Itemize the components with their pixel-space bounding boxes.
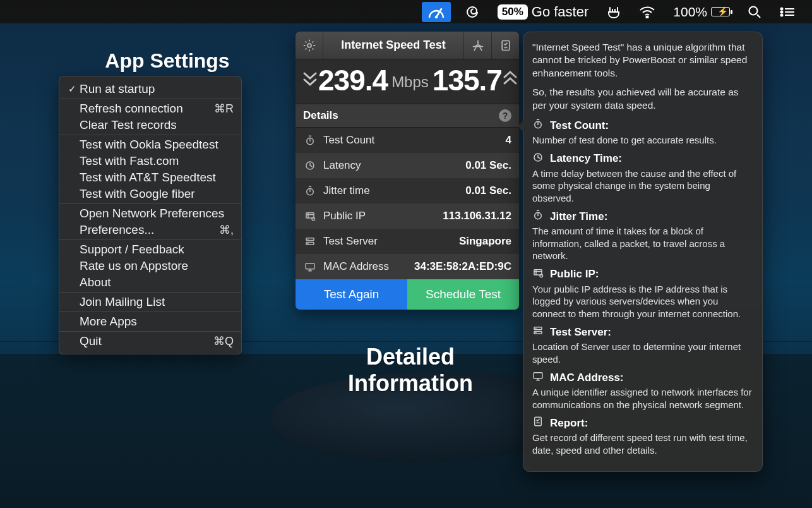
globe-icon xyxy=(303,210,317,222)
detailed-info-heading: Detailed Information xyxy=(303,344,518,397)
info-section-title: Latency Time: xyxy=(550,152,622,165)
menu-item-label: About xyxy=(77,275,234,289)
detail-value: 113.106.31.12 xyxy=(443,210,511,222)
menu-item-label: Test with Google fiber xyxy=(77,187,234,201)
detail-key: MAC Address xyxy=(323,260,414,273)
menu-item[interactable]: Test with Fast.com xyxy=(59,153,241,169)
info-section-title: Test Count: xyxy=(550,119,609,132)
info-section-desc: Your public IP address is the IP address… xyxy=(532,283,753,320)
boost-button[interactable]: 50% Go faster xyxy=(494,0,593,23)
info-section-title: Public IP: xyxy=(550,268,599,281)
menu-item-label: Test with AT&T Speedtest xyxy=(77,171,234,184)
menu-item[interactable]: ✓Run at startup xyxy=(59,81,241,97)
details-label: Details xyxy=(303,109,338,122)
menu-shortcut: ⌘, xyxy=(219,223,234,237)
latency-icon xyxy=(532,152,545,166)
menu-item-label: Support / Feedback xyxy=(77,243,234,257)
download-arrow-icon xyxy=(302,69,318,92)
boost-percent: 50% xyxy=(498,4,528,20)
battery-percent: 100% xyxy=(673,4,707,20)
monitor-icon xyxy=(303,261,317,272)
stopwatch-icon xyxy=(532,209,545,224)
info-section-desc: The amount of time it takes for a block … xyxy=(532,225,753,262)
svg-point-3 xyxy=(781,8,783,9)
info-section: Jitter Time:The amount of time it takes … xyxy=(532,209,753,262)
info-section-title: MAC Address: xyxy=(550,372,624,384)
menu-item[interactable]: Test with Ookla Speedtest xyxy=(59,136,241,153)
svg-rect-23 xyxy=(534,373,542,378)
menu-item[interactable]: Refresh connection⌘R xyxy=(59,100,241,117)
app-settings-heading: App Settings xyxy=(88,49,246,73)
attachment-icon[interactable] xyxy=(461,0,484,23)
info-section-desc: Get record of different speed test run w… xyxy=(532,432,753,456)
info-section: MAC Address:A unique identifier assigned… xyxy=(532,370,753,411)
menu-item[interactable]: Rate us on Appstore xyxy=(59,258,241,274)
report-icon[interactable] xyxy=(491,32,519,59)
menu-item-label: Preferences... xyxy=(77,223,219,237)
menu-item[interactable]: Clear Test records xyxy=(59,117,241,133)
menu-item[interactable]: Test with Google fiber xyxy=(59,186,241,202)
info-section: Test Server:Location of Server user to d… xyxy=(532,325,753,365)
menu-item[interactable]: Preferences...⌘, xyxy=(59,222,241,238)
pin-icon[interactable] xyxy=(463,32,491,59)
help-icon[interactable]: ? xyxy=(499,109,511,122)
svg-point-5 xyxy=(781,14,783,16)
menu-item[interactable]: Join Mailing List xyxy=(59,294,241,310)
svg-point-1 xyxy=(647,16,648,18)
battery-indicator[interactable]: 100% ⚡ xyxy=(669,0,734,23)
spotlight-search-icon[interactable] xyxy=(744,0,765,23)
server-icon xyxy=(303,236,317,247)
detail-row: MAC Address34:3E:58:2A:ED:9C xyxy=(296,254,519,279)
svg-point-4 xyxy=(781,11,783,13)
menu-item-label: Join Mailing List xyxy=(77,295,234,309)
test-again-button[interactable]: Test Again xyxy=(296,279,407,310)
svg-point-6 xyxy=(307,44,311,47)
detail-value: 0.01 Sec. xyxy=(465,159,511,172)
stopwatch-icon xyxy=(532,118,545,133)
menu-shortcut: ⌘R xyxy=(214,102,234,116)
menu-item-label: Rate us on Appstore xyxy=(77,259,234,273)
latency-icon xyxy=(303,160,317,171)
speed-app-icon[interactable] xyxy=(422,2,451,22)
download-speed: 239.4 xyxy=(318,66,388,95)
detail-value: 34:3E:58:2A:ED:9C xyxy=(414,260,511,273)
schedule-test-button[interactable]: Schedule Test xyxy=(407,279,519,310)
menu-check-icon: ✓ xyxy=(67,83,77,95)
menu-item-label: Run at startup xyxy=(77,82,234,96)
rock-hand-icon[interactable] xyxy=(602,0,625,23)
menu-item[interactable]: Open Network Preferences xyxy=(59,205,241,222)
menu-shortcut: ⌘Q xyxy=(213,334,234,348)
speed-unit: Mbps xyxy=(388,73,433,95)
popover-intro-1: "Internet Speed Test" has a unique algor… xyxy=(532,41,753,80)
popover-intro-2: So, the results you achieved will be acc… xyxy=(532,86,753,112)
app-settings-menu: ✓Run at startupRefresh connection⌘RClear… xyxy=(59,76,242,354)
menu-item[interactable]: Support / Feedback xyxy=(59,241,241,258)
detail-key: Test Server xyxy=(323,235,459,248)
info-section-desc: Number of test done to get accurate resu… xyxy=(532,134,753,147)
info-popover: "Internet Speed Test" has a unique algor… xyxy=(523,32,763,472)
menu-item-label: Test with Fast.com xyxy=(77,154,234,168)
menu-item-label: More Apps xyxy=(77,315,234,329)
menubar: 50% Go faster 100% ⚡ xyxy=(0,0,812,23)
detail-key: Jitter time xyxy=(323,184,465,197)
wifi-icon[interactable] xyxy=(635,0,659,23)
detail-row: Test Count4 xyxy=(296,128,519,153)
menu-item[interactable]: More Apps xyxy=(59,313,241,330)
info-section-title: Report: xyxy=(550,417,588,430)
upload-speed: 135.7 xyxy=(433,66,502,95)
menu-item[interactable]: Test with AT&T Speedtest xyxy=(59,169,241,186)
detail-value: 0.01 Sec. xyxy=(465,184,511,197)
detail-value: Singapore xyxy=(459,235,511,248)
menu-item[interactable]: Quit⌘Q xyxy=(59,333,241,349)
control-center-icon[interactable] xyxy=(775,0,799,23)
detail-row: Public IP113.106.31.12 xyxy=(296,203,519,229)
gear-icon[interactable] xyxy=(296,32,323,59)
go-faster-label: Go faster xyxy=(532,4,588,20)
info-section: Report:Get record of different speed tes… xyxy=(532,416,753,456)
detail-row: Jitter time0.01 Sec. xyxy=(296,178,519,203)
detail-key: Test Count xyxy=(323,134,506,147)
svg-rect-24 xyxy=(535,418,542,426)
globe-icon xyxy=(532,267,545,282)
menu-item[interactable]: About xyxy=(59,274,241,291)
info-section-desc: A unique identifier assigned to network … xyxy=(532,386,753,411)
